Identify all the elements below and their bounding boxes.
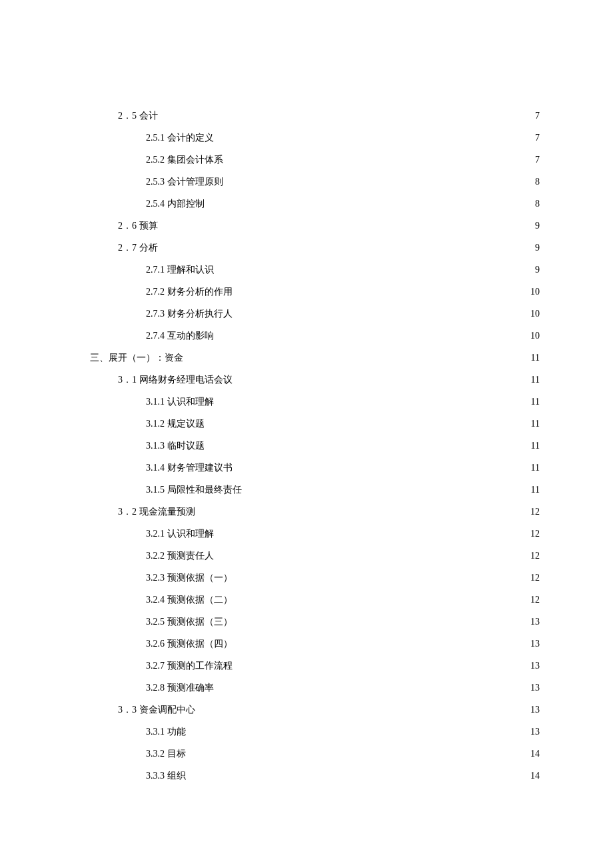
toc-entry-page: 8 (534, 177, 540, 187)
toc-entry-label: 2.5.2 集团会计体系 (146, 154, 223, 166)
toc-entry-page: 11 (530, 419, 540, 429)
toc-entry-label: 2.7.1 理解和认识 (146, 264, 214, 276)
toc-entry-label: 2.7.4 互动的影响 (146, 330, 214, 342)
toc-entry: 2.7.1 理解和认识9 (90, 264, 540, 276)
toc-entry-page: 11 (530, 463, 540, 473)
toc-entry-label: 2.5.1 会计的定义 (146, 132, 214, 144)
toc-entry-page: 11 (530, 375, 540, 385)
toc-entry: 3.2.8 预测准确率13 (90, 682, 540, 694)
toc-entry-label: 3.3.2 目标 (146, 748, 186, 760)
toc-entry-page: 10 (529, 287, 540, 297)
toc-entry-page: 10 (529, 309, 540, 319)
toc-entry-page: 7 (534, 111, 540, 121)
toc-entry-page: 10 (529, 331, 540, 341)
toc-entry-label: 2．5 会计 (118, 110, 158, 122)
toc-entry: 3.2.6 预测依据（四）13 (90, 638, 540, 650)
toc-entry: 三、展开（一）：资金11 (90, 352, 540, 364)
toc-entry: 3.1.3 临时议题11 (90, 440, 540, 452)
toc-entry: 3.2.3 预测依据（一）12 (90, 572, 540, 584)
toc-entry: 3.1.4 财务管理建议书11 (90, 462, 540, 474)
toc-entry-label: 3.2.1 认识和理解 (146, 528, 214, 540)
toc-entry-label: 3.1.3 临时议题 (146, 440, 205, 452)
toc-entry-page: 12 (529, 551, 540, 561)
toc-entry-page: 8 (534, 199, 540, 209)
toc-entry-label: 2.7.2 财务分析的作用 (146, 286, 233, 298)
toc-entry-label: 3.1.5 局限性和最终责任 (146, 484, 242, 496)
toc-entry-page: 12 (529, 573, 540, 583)
toc-entry-label: 3.2.2 预测责任人 (146, 550, 214, 562)
toc-entry: 2.5.4 内部控制8 (90, 198, 540, 210)
toc-entry-label: 3.1.2 规定议题 (146, 418, 205, 430)
toc-entry: 3.3.3 组织14 (90, 770, 540, 782)
toc-entry-page: 7 (534, 133, 540, 143)
toc-entry-page: 14 (529, 771, 540, 781)
toc-entry: 3.1.2 规定议题11 (90, 418, 540, 430)
toc-entry: 3.2.5 预测依据（三）13 (90, 616, 540, 628)
toc-entry: 3.2.1 认识和理解12 (90, 528, 540, 540)
toc-entry-page: 9 (534, 221, 540, 231)
toc-entry-page: 12 (529, 529, 540, 539)
toc-entry-label: 3.2.6 预测依据（四） (146, 638, 233, 650)
toc-entry-page: 11 (530, 441, 540, 451)
toc-entry-page: 13 (529, 727, 540, 737)
toc-entry: 3.3.2 目标14 (90, 748, 540, 760)
toc-entry-label: 2.7.3 财务分析执行人 (146, 308, 233, 320)
toc-entry-label: 2．6 预算 (118, 220, 158, 232)
toc-entry: 2．6 预算9 (90, 220, 540, 232)
toc-entry-page: 13 (529, 705, 540, 715)
toc-entry: 3.3.1 功能13 (90, 726, 540, 738)
table-of-contents: 2．5 会计72.5.1 会计的定义72.5.2 集团会计体系72.5.3 会计… (90, 110, 540, 782)
toc-entry-label: 3．3 资金调配中心 (118, 704, 195, 716)
toc-entry-page: 14 (529, 749, 540, 759)
toc-entry-page: 13 (529, 617, 540, 627)
toc-entry-page: 9 (534, 243, 540, 253)
toc-entry-page: 13 (529, 639, 540, 649)
toc-entry-label: 3.2.8 预测准确率 (146, 682, 214, 694)
toc-entry: 2.7.2 财务分析的作用10 (90, 286, 540, 298)
toc-entry-page: 11 (530, 353, 540, 363)
toc-entry-label: 3．1 网络财务经理电话会议 (118, 374, 233, 386)
toc-entry-label: 3.2.7 预测的工作流程 (146, 660, 233, 672)
toc-entry-page: 11 (530, 485, 540, 495)
toc-entry-page: 12 (529, 595, 540, 605)
toc-entry: 2.5.2 集团会计体系7 (90, 154, 540, 166)
toc-entry: 2.5.3 会计管理原则8 (90, 176, 540, 188)
toc-entry-label: 3.3.3 组织 (146, 770, 186, 782)
toc-entry-label: 3.2.3 预测依据（一） (146, 572, 233, 584)
toc-entry-label: 3.3.1 功能 (146, 726, 186, 738)
toc-entry-label: 3.1.1 认识和理解 (146, 396, 214, 408)
toc-entry-label: 三、展开（一）：资金 (90, 352, 183, 364)
toc-entry-label: 3.2.4 预测依据（二） (146, 594, 233, 606)
toc-entry-label: 2.5.4 内部控制 (146, 198, 205, 210)
toc-entry: 3.2.2 预测责任人12 (90, 550, 540, 562)
toc-entry: 2．7 分析9 (90, 242, 540, 254)
toc-entry-label: 2.5.3 会计管理原则 (146, 176, 223, 188)
toc-entry: 3.1.1 认识和理解11 (90, 396, 540, 408)
toc-entry: 2.5.1 会计的定义7 (90, 132, 540, 144)
toc-entry: 3．3 资金调配中心13 (90, 704, 540, 716)
toc-entry-label: 3.1.4 财务管理建议书 (146, 462, 233, 474)
toc-entry-page: 13 (529, 661, 540, 671)
toc-entry-label: 3．2 现金流量预测 (118, 506, 195, 518)
toc-entry-page: 13 (529, 683, 540, 693)
toc-entry-label: 2．7 分析 (118, 242, 158, 254)
toc-entry: 3.1.5 局限性和最终责任11 (90, 484, 540, 496)
toc-entry-label: 3.2.5 预测依据（三） (146, 616, 233, 628)
toc-entry: 2.7.4 互动的影响10 (90, 330, 540, 342)
toc-entry: 2．5 会计7 (90, 110, 540, 122)
toc-entry-page: 7 (534, 155, 540, 165)
toc-entry: 3.2.7 预测的工作流程13 (90, 660, 540, 672)
toc-entry-page: 9 (534, 265, 540, 275)
toc-entry: 3．1 网络财务经理电话会议11 (90, 374, 540, 386)
toc-entry: 3．2 现金流量预测12 (90, 506, 540, 518)
toc-entry-page: 11 (530, 397, 540, 407)
toc-entry-page: 12 (529, 507, 540, 517)
toc-entry: 2.7.3 财务分析执行人10 (90, 308, 540, 320)
toc-entry: 3.2.4 预测依据（二）12 (90, 594, 540, 606)
